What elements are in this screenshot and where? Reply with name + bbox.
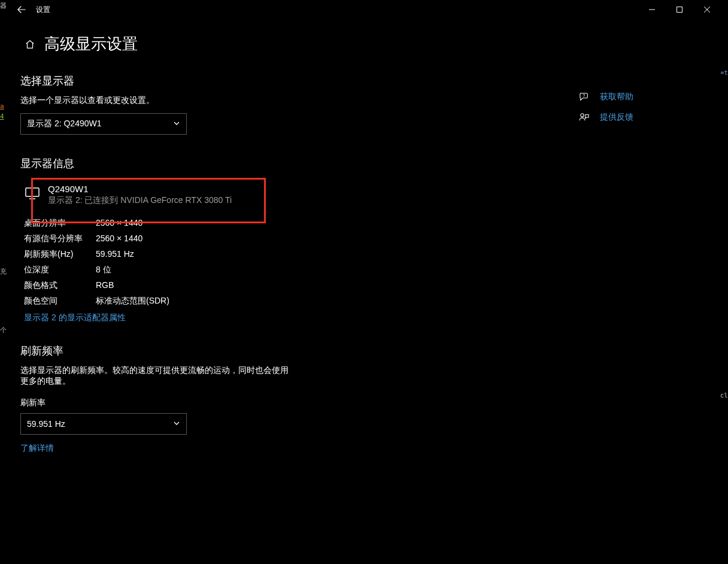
link-label: 提供反馈 (600, 112, 633, 123)
prop-row: 位深度8 位 (20, 262, 404, 278)
close-button[interactable] (693, 0, 721, 19)
display-properties-list: 桌面分辨率2560 × 1440 有源信号分辨率2560 × 1440 刷新频率… (20, 216, 404, 309)
dropdown-value: 显示器 2: Q2490W1 (27, 119, 173, 129)
prop-row: 刷新频率(Hz)59.951 Hz (20, 247, 404, 262)
adapter-properties-link[interactable]: 显示器 2 的显示适配器属性 (24, 313, 126, 323)
svg-rect-1 (26, 188, 39, 196)
help-chat-icon: ? (577, 91, 592, 103)
titlebar: 设置 (10, 0, 721, 19)
prop-row: 有源信号分辨率2560 × 1440 (20, 231, 404, 247)
give-feedback-link[interactable]: 提供反馈 (577, 111, 697, 123)
get-help-link[interactable]: ? 获取帮助 (577, 91, 697, 103)
monitor-name: Q2490W1 (48, 184, 232, 194)
feedback-icon (577, 111, 592, 123)
svg-rect-0 (677, 7, 682, 13)
prop-key: 桌面分辨率 (24, 218, 96, 229)
prop-val: RGB (96, 280, 114, 291)
prop-row: 桌面分辨率2560 × 1440 (20, 216, 404, 231)
prop-val: 2560 × 1440 (96, 234, 142, 244)
section-refresh-rate: 刷新频率 (20, 344, 404, 358)
prop-val: 59.951 Hz (96, 249, 134, 260)
prop-val: 8 位 (96, 265, 111, 275)
section-display-info: 显示器信息 (20, 156, 404, 171)
learn-more-link[interactable]: 了解详情 (20, 443, 54, 454)
bg-glyph: 器 (0, 2, 7, 9)
home-icon (25, 39, 35, 50)
display-selector-dropdown[interactable]: 显示器 2: Q2490W1 (20, 113, 187, 135)
prop-key: 颜色格式 (24, 280, 96, 291)
page-title: 高级显示设置 (44, 34, 138, 54)
maximize-button[interactable] (666, 0, 693, 19)
refresh-rate-label: 刷新率 (20, 398, 404, 408)
prop-key: 有源信号分辨率 (24, 234, 96, 244)
settings-window: 设置 高级显示设置 选择显示器 选择一个显示器以查 (10, 0, 721, 562)
prop-row: 颜色空间标准动态范围(SDR) (20, 293, 404, 309)
prop-val: 2560 × 1440 (96, 218, 142, 229)
close-icon (704, 7, 710, 13)
chevron-down-icon (173, 119, 180, 129)
app-title: 设置 (36, 5, 50, 15)
svg-point-3 (581, 114, 584, 117)
monitor-connection: 显示器 2: 已连接到 NVIDIA GeForce RTX 3080 Ti (48, 195, 232, 206)
select-display-help: 选择一个显示器以查看或更改设置。 (20, 95, 404, 106)
prop-key: 位深度 (24, 265, 96, 275)
monitor-summary: Q2490W1 显示器 2: 已连接到 NVIDIA GeForce RTX 3… (20, 178, 404, 212)
bg-glyph: 充 (0, 268, 7, 275)
bg-glyph: =t (720, 69, 728, 76)
bg-glyph: a (0, 103, 4, 110)
bg-glyph: cl (720, 392, 728, 399)
minimize-icon (649, 7, 655, 13)
bg-glyph: 4 (0, 113, 4, 120)
link-label: 获取帮助 (600, 92, 633, 102)
section-select-display: 选择显示器 (20, 74, 404, 88)
refresh-help: 选择显示器的刷新频率。较高的速度可提供更流畅的运动，同时也会使用更多的电量。 (20, 365, 296, 387)
dropdown-value: 59.951 Hz (27, 419, 173, 429)
monitor-icon (24, 185, 41, 202)
bg-glyph: 个 (0, 327, 7, 333)
prop-key: 颜色空间 (24, 296, 96, 307)
prop-key: 刷新频率(Hz) (24, 249, 96, 260)
prop-row: 颜色格式RGB (20, 278, 404, 293)
prop-val: 标准动态范围(SDR) (96, 296, 169, 307)
home-button[interactable] (20, 35, 40, 54)
chevron-down-icon (173, 419, 180, 429)
back-button[interactable] (10, 0, 34, 19)
svg-text:?: ? (583, 93, 585, 98)
arrow-left-icon (17, 5, 26, 14)
refresh-rate-dropdown[interactable]: 59.951 Hz (20, 413, 187, 435)
side-links: ? 获取帮助 提供反馈 (577, 91, 697, 132)
maximize-icon (677, 7, 682, 13)
minimize-button[interactable] (638, 0, 666, 19)
